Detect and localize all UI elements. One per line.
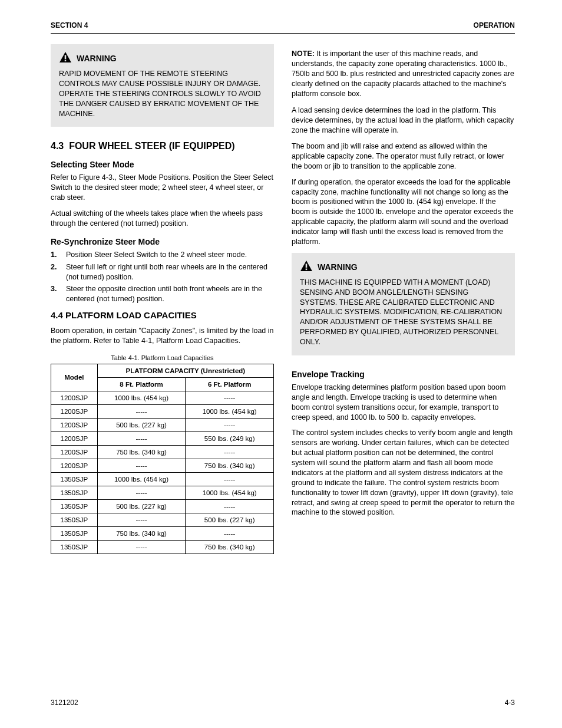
table-row: 1350SJP-----750 lbs. (340 kg): [51, 540, 274, 554]
svg-rect-1: [65, 60, 67, 62]
right-para-1: A load sensing device determines the loa…: [292, 106, 515, 136]
th-group: PLATFORM CAPACITY (Unrestricted): [97, 364, 273, 377]
sub-envelope: Envelope Tracking: [292, 370, 515, 379]
warning-title: WARNING: [77, 54, 117, 63]
capacity-table: Model PLATFORM CAPACITY (Unrestricted) 8…: [51, 364, 274, 554]
header-section: SECTION 4: [51, 21, 88, 29]
table-row: 1350SJP1000 lbs. (454 kg)-----: [51, 472, 274, 486]
table-row: 1350SJP750 lbs. (340 kg)-----: [51, 526, 274, 540]
table-row: 1350SJP500 lbs. (227 kg)-----: [51, 499, 274, 513]
section-heading: 4.3 FOUR WHEEL STEER (IF EQUIPPED): [51, 141, 274, 151]
footer-right: 4-3: [505, 699, 515, 707]
table-caption: Table 4-1. Platform Load Capacities: [51, 354, 274, 361]
table-row: 1200SJP1000 lbs. (454 kg)-----: [51, 391, 274, 404]
warning-icon: [59, 51, 72, 65]
table-row: 1350SJP-----1000 lbs. (454 kg): [51, 486, 274, 499]
note-body: It is important the user of this machine…: [292, 50, 514, 98]
svg-rect-3: [306, 268, 308, 270]
table-row: 1200SJP750 lbs. (340 kg)-----: [51, 445, 274, 459]
resync-list: 1.Position Steer Select Switch to the 2 …: [51, 250, 274, 304]
table-row: 1350SJP-----500 lbs. (227 kg): [51, 513, 274, 526]
page-footer: 3121202 4-3: [51, 699, 515, 707]
right-column: NOTE: It is important the user of this m…: [292, 44, 515, 554]
header-title: OPERATION: [474, 21, 515, 29]
th-model: Model: [51, 364, 98, 391]
th-8ft: 8 Ft. Platform: [97, 377, 186, 391]
right-para-3: If during operation, the operator exceed…: [292, 177, 515, 247]
sub-selecting-steer: Selecting Steer Mode: [51, 160, 274, 169]
para-selecting-2: Actual switching of the wheels takes pla…: [51, 209, 274, 229]
table-row: 1200SJP-----1000 lbs. (454 kg): [51, 404, 274, 418]
para-env-1: Envelope tracking determines platform po…: [292, 383, 515, 423]
warning-body: RAPID MOVEMENT OF THE REMOTE STEERING CO…: [59, 69, 266, 118]
right-para-2: The boom and jib will raise and extend a…: [292, 141, 515, 172]
svg-rect-2: [306, 263, 308, 268]
warning-title: WARNING: [318, 262, 358, 272]
warning-body: THIS MACHINE IS EQUIPPED WITH A MOMENT (…: [300, 278, 507, 347]
para-capacities: Boom operation, in certain "Capacity Zon…: [51, 326, 274, 346]
table-row: 1200SJP-----750 lbs. (340 kg): [51, 459, 274, 472]
svg-rect-0: [65, 55, 67, 59]
note-block: NOTE: It is important the user of this m…: [292, 49, 515, 98]
page-header: SECTION 4 OPERATION: [51, 21, 515, 34]
para-selecting-1: Refer to Figure 4-3., Steer Mode Positio…: [51, 173, 274, 203]
sub-capacities: 4.4 PLATFORM LOAD CAPACITIES: [51, 310, 274, 320]
table-row: 1200SJP-----550 lbs. (249 kg): [51, 431, 274, 445]
para-env-2: The control system includes checks to ve…: [292, 428, 515, 518]
left-column: WARNING RAPID MOVEMENT OF THE REMOTE STE…: [51, 44, 274, 554]
table-row: 1200SJP500 lbs. (227 kg)-----: [51, 418, 274, 431]
sub-resync: Re-Synchronize Steer Mode: [51, 237, 274, 246]
th-6ft: 6 Ft. Platform: [186, 377, 274, 391]
warning-box-moment: WARNING THIS MACHINE IS EQUIPPED WITH A …: [292, 253, 515, 355]
note-label: NOTE:: [292, 50, 315, 58]
footer-left: 3121202: [51, 699, 78, 707]
warning-box-steering: WARNING RAPID MOVEMENT OF THE REMOTE STE…: [51, 44, 274, 127]
warning-icon: [300, 260, 313, 274]
